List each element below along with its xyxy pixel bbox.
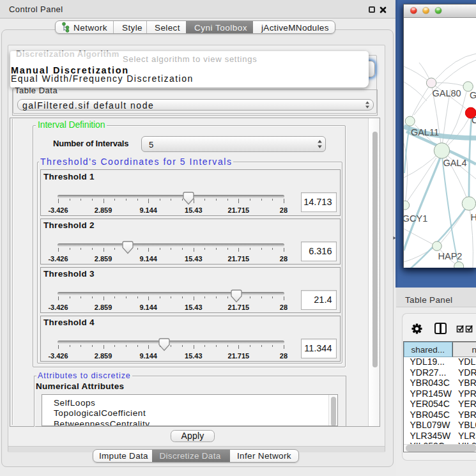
- svg-text:H: H: [470, 212, 476, 222]
- svg-text:HAP2: HAP2: [438, 251, 463, 261]
- svg-text:GCY1: GCY1: [404, 213, 427, 224]
- svg-text:GAL4: GAL4: [443, 158, 466, 168]
- svg-text:GA: GA: [470, 90, 476, 100]
- svg-text:GAL80: GAL80: [433, 88, 461, 98]
- svg-text:C: C: [472, 115, 476, 125]
- svg-text:GAL11: GAL11: [411, 127, 439, 137]
